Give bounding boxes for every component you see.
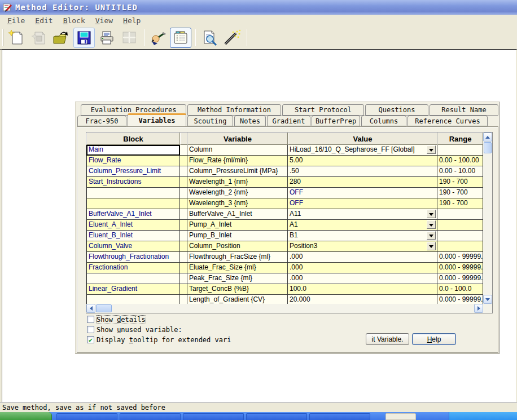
variable-cell[interactable]: Eluate_Frac_Size {ml} bbox=[187, 263, 288, 273]
block-cell[interactable]: Eluent_B_Inlet bbox=[86, 231, 180, 241]
menu-edit[interactable]: Edit bbox=[30, 16, 58, 25]
value-cell[interactable]: A1 bbox=[288, 220, 437, 231]
variable-cell[interactable]: Target_ConcB {%B} bbox=[187, 284, 288, 295]
method-notebook-button[interactable] bbox=[170, 28, 191, 48]
checkbox-box[interactable] bbox=[87, 326, 94, 333]
block-cell[interactable]: Main bbox=[86, 145, 180, 156]
horizontal-scroll-thumb[interactable] bbox=[96, 304, 112, 312]
tab-method-information[interactable]: Method Information bbox=[187, 104, 281, 116]
tab-start-protocol[interactable]: Start Protocol bbox=[282, 104, 364, 116]
print-preview-button[interactable] bbox=[199, 28, 220, 48]
block-cell[interactable]: Start_Instructions bbox=[86, 177, 180, 188]
taskbar-window-button[interactable] bbox=[56, 413, 117, 420]
tab-result-name[interactable]: Result Name bbox=[430, 104, 498, 116]
variable-cell[interactable]: Wavelength_3 {nm} bbox=[187, 198, 288, 209]
toolbar-grip[interactable] bbox=[2, 29, 3, 46]
value-cell[interactable]: 280 bbox=[288, 177, 437, 188]
show-details-checkbox[interactable]: Show details bbox=[87, 315, 146, 324]
horizontal-scrollbar[interactable] bbox=[86, 304, 483, 313]
block-cell[interactable]: Flow_Rate bbox=[86, 156, 180, 166]
checkbox-box[interactable] bbox=[87, 316, 94, 323]
block-cell[interactable] bbox=[86, 273, 180, 284]
start-button[interactable] bbox=[0, 412, 52, 420]
tab-notes[interactable]: Notes bbox=[234, 116, 266, 126]
method-wizard-button[interactable] bbox=[221, 28, 243, 48]
value-cell[interactable]: .50 bbox=[288, 166, 437, 177]
taskbar-window-button[interactable] bbox=[183, 413, 244, 420]
value-cell[interactable]: A11 bbox=[288, 209, 437, 220]
block-cell[interactable]: Fractionation bbox=[86, 263, 180, 273]
variable-cell[interactable]: Wavelength_1 {nm} bbox=[187, 177, 288, 188]
menu-block[interactable]: Block bbox=[58, 16, 90, 25]
show-unused-variable-checkbox[interactable]: Show unused variable: bbox=[87, 325, 182, 334]
vertical-scrollbar[interactable] bbox=[483, 132, 492, 304]
block-cell[interactable] bbox=[86, 188, 180, 198]
checkbox-box[interactable] bbox=[87, 336, 94, 343]
tab-questions[interactable]: Questions bbox=[365, 104, 428, 116]
variable-cell[interactable]: BufferValve_A1_Inlet bbox=[187, 209, 288, 220]
block-cell[interactable] bbox=[86, 198, 180, 209]
menu-file[interactable]: File bbox=[2, 16, 30, 25]
value-cell[interactable]: .000 bbox=[288, 263, 437, 273]
value-cell[interactable]: 5.00 bbox=[288, 156, 437, 166]
title-bar[interactable]: Method Editor: UNTITLED bbox=[0, 0, 517, 15]
taskbar-window-button[interactable] bbox=[120, 413, 181, 420]
scroll-up-button[interactable] bbox=[483, 132, 492, 142]
menu-view[interactable]: View bbox=[90, 16, 118, 25]
variable-cell[interactable]: Flowthrough_FracSize {ml} bbox=[187, 252, 288, 263]
value-cell[interactable]: OFF bbox=[288, 188, 437, 198]
variable-cell[interactable]: Pump_B_Inlet bbox=[187, 231, 288, 241]
value-cell[interactable]: HiLoad_16/10_Q_Sepharose_FF [Global] bbox=[288, 145, 437, 156]
variable-cell[interactable]: Column_PressureLimit {MPa} bbox=[187, 166, 288, 177]
block-cell[interactable]: Flowthrough_Fractionation bbox=[86, 252, 180, 263]
tab-bufferprep[interactable]: BufferPrep bbox=[312, 116, 360, 126]
menu-help[interactable]: Help bbox=[118, 16, 146, 25]
value-cell[interactable]: Position3 bbox=[288, 241, 437, 252]
tab-gradient[interactable]: Gradient bbox=[267, 116, 310, 126]
block-cell[interactable]: BufferValve_A1_Inlet bbox=[86, 209, 180, 220]
horizontal-scroll-track[interactable] bbox=[112, 304, 474, 313]
variable-cell[interactable]: Pump_A_Inlet bbox=[187, 220, 288, 231]
variable-cell[interactable]: Column_Position bbox=[187, 241, 288, 252]
taskbar-window-button[interactable] bbox=[246, 413, 307, 420]
dropdown-arrow-button[interactable] bbox=[427, 220, 436, 229]
scroll-down-button[interactable] bbox=[483, 295, 492, 304]
block-cell[interactable]: Column_Valve bbox=[86, 241, 180, 252]
variable-cell[interactable]: Length_of_Gradient {CV} bbox=[187, 295, 288, 304]
variable-cell[interactable]: Wavelength_2 {nm} bbox=[187, 188, 288, 198]
value-cell[interactable]: 20.000 bbox=[288, 295, 437, 304]
vertical-scroll-thumb[interactable] bbox=[484, 142, 492, 153]
block-cell[interactable]: Eluent_A_Inlet bbox=[86, 220, 180, 231]
block-cell[interactable] bbox=[86, 295, 180, 304]
variable-cell[interactable]: Flow_Rate {ml/min} bbox=[187, 156, 288, 166]
tab-frac-950[interactable]: Frac-950 bbox=[77, 116, 126, 126]
value-cell[interactable]: 100.0 bbox=[288, 284, 437, 295]
value-cell[interactable]: OFF bbox=[288, 198, 437, 209]
display-tooltip-checkbox[interactable]: Display tooltip for extended vari bbox=[87, 335, 231, 344]
variable-cell[interactable]: Peak_Frac_Size {ml} bbox=[187, 273, 288, 284]
edit-variable-button[interactable]: it Variable. bbox=[366, 333, 409, 345]
dropdown-arrow-button[interactable] bbox=[427, 242, 436, 250]
block-cell[interactable]: Linear_Gradient bbox=[86, 284, 180, 295]
tab-reference-curves[interactable]: Reference Curves bbox=[408, 116, 488, 126]
save-method-button[interactable] bbox=[73, 28, 95, 48]
help-button[interactable]: Help bbox=[412, 333, 456, 345]
taskbar-window-button[interactable] bbox=[309, 413, 370, 420]
open-method-button[interactable] bbox=[51, 28, 72, 48]
taskbar-active-window-button[interactable] bbox=[385, 413, 416, 420]
print-button[interactable] bbox=[96, 28, 117, 48]
tab-variables[interactable]: Variables bbox=[128, 113, 186, 126]
scroll-right-button[interactable] bbox=[474, 304, 483, 313]
dropdown-arrow-button[interactable] bbox=[427, 145, 436, 154]
value-cell[interactable]: .000 bbox=[288, 273, 437, 284]
tab-columns[interactable]: Columns bbox=[361, 116, 406, 126]
value-cell[interactable]: .000 bbox=[288, 252, 437, 263]
value-cell[interactable]: B1 bbox=[288, 231, 437, 241]
sign-method-button[interactable] bbox=[147, 28, 169, 48]
dropdown-arrow-button[interactable] bbox=[427, 231, 436, 240]
vertical-scroll-track[interactable] bbox=[483, 154, 492, 295]
new-method-button[interactable] bbox=[6, 28, 27, 48]
system-tray[interactable] bbox=[449, 412, 517, 420]
dropdown-arrow-button[interactable] bbox=[427, 210, 436, 218]
scroll-left-button[interactable] bbox=[86, 304, 95, 313]
